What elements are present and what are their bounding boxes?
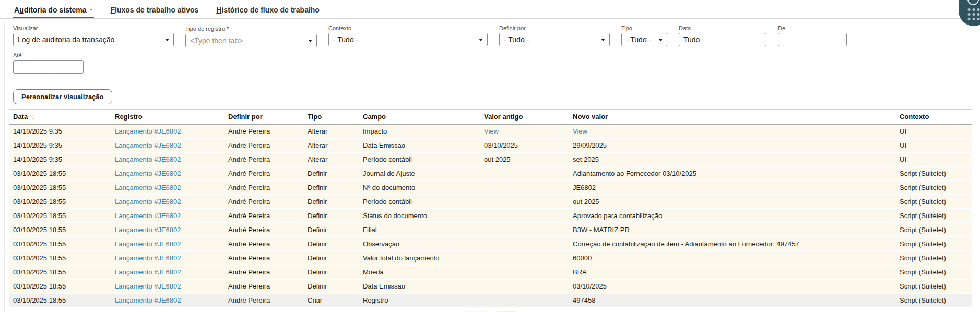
filter-field-visualizar: VisualizarLog de auditoria da transação — [13, 25, 174, 47]
col-valor-antigo[interactable]: Valor antigo — [480, 110, 569, 125]
cell-registro: Lançamento #JE6802 — [111, 293, 224, 307]
table-row: 03/10/2025 18:55Lançamento #JE6802André … — [9, 195, 972, 209]
tab-auditoria-do-sistema[interactable]: Auditoria do sistema· — [13, 6, 94, 18]
cell-data: 14/10/2025 9:35 — [9, 152, 111, 166]
col-data[interactable]: Data↓ — [9, 110, 111, 125]
cell-novo-valor: Correção de contabilização de item - Adi… — [569, 237, 895, 251]
col-registro[interactable]: Registro — [111, 110, 224, 125]
cell-tipo: Definir — [303, 251, 359, 265]
tab-fluxos-de-trabalho-ativos[interactable]: Fluxos de trabalho ativos — [110, 6, 200, 18]
filter-field-data: Data — [679, 25, 766, 47]
cell-contexto: Script (Suitelet) — [895, 195, 972, 209]
registro-link[interactable]: Lançamento #JE6802 — [115, 212, 181, 220]
cell-registro: Lançamento #JE6802 — [111, 265, 224, 279]
tipo-select[interactable]: - Tudo - — [621, 33, 667, 46]
cell-campo: Filial — [359, 223, 480, 237]
registro-link[interactable]: Lançamento #JE6802 — [115, 184, 181, 191]
cell-novo-valor: out 2025 — [569, 195, 895, 209]
select-value: - Tudo - — [626, 35, 651, 44]
registro-link[interactable]: Lançamento #JE6802 — [115, 127, 181, 135]
registro-link[interactable]: Lançamento #JE6802 — [115, 141, 181, 149]
cell-valor-antigo — [480, 279, 569, 293]
registro-link[interactable]: Lançamento #JE6802 — [115, 268, 181, 276]
cell-definir-por: André Pereira — [224, 195, 303, 209]
registro-link[interactable]: Lançamento #JE6802 — [115, 226, 181, 234]
contexto-select[interactable]: - Tudo - — [328, 33, 488, 46]
cell-tipo: Definir — [303, 237, 359, 251]
registro-link[interactable]: Lançamento #JE6802 — [115, 240, 181, 248]
data-input[interactable] — [679, 33, 766, 46]
select-value: - Tudo - — [504, 35, 529, 44]
cell-tipo: Definir — [303, 195, 359, 209]
cell-tipo: Definir — [303, 209, 359, 223]
table-row: 03/10/2025 18:55Lançamento #JE6802André … — [9, 251, 972, 265]
tipo-de-registro-select[interactable]: <Type then tab> — [185, 34, 317, 47]
tab-historico-de-fluxo-de-trabalho[interactable]: Histórico de fluxo de trabalho — [215, 6, 321, 18]
col-label: Data — [13, 113, 28, 121]
customize-view-button[interactable]: Personalizar visualização — [13, 89, 112, 104]
cell-registro: Lançamento #JE6802 — [111, 166, 224, 181]
filter-field-definir-por: Definir por- Tudo - — [499, 25, 610, 47]
audit-table-body: 14/10/2025 9:35Lançamento #JE6802André P… — [9, 125, 972, 307]
col-contexto[interactable]: Contexto — [895, 110, 972, 125]
registro-link[interactable]: Lançamento #JE6802 — [115, 254, 181, 262]
cell-valor-antigo — [480, 209, 569, 223]
cell-campo: Nº do documento — [359, 181, 480, 195]
cell-data: 14/10/2025 9:35 — [9, 125, 111, 139]
cell-definir-por: André Pereira — [224, 125, 303, 139]
cell-contexto: UI — [895, 125, 972, 139]
novo-valor-link[interactable]: View — [573, 127, 587, 135]
audit-table: Data↓RegistroDefinir porTipoCampoValor a… — [9, 109, 972, 307]
cell-campo: Registro — [359, 293, 480, 307]
select-value: - Tudo - — [333, 35, 358, 44]
visualizar-select[interactable]: Log de auditoria da transação — [13, 33, 174, 46]
cell-novo-valor: Aprovado para contabilização — [569, 209, 895, 223]
filter-field-de: De — [778, 25, 847, 47]
cell-tipo: Definir — [303, 279, 359, 293]
ate-input[interactable] — [13, 60, 84, 74]
sort-desc-icon: ↓ — [31, 113, 34, 121]
cell-contexto: Script (Suitelet) — [895, 181, 972, 195]
cell-campo: Data Emissão — [359, 279, 480, 293]
cell-contexto: Script (Suitelet) — [895, 251, 972, 265]
table-row: 03/10/2025 18:55Lançamento #JE6802André … — [9, 237, 972, 251]
valor-antigo-link[interactable]: View — [484, 127, 499, 135]
cell-data: 03/10/2025 18:55 — [9, 293, 111, 307]
col-tipo[interactable]: Tipo — [303, 110, 359, 125]
de-input[interactable] — [778, 33, 847, 46]
tab-label: Auditoria do sistema — [14, 6, 87, 14]
filter-panel: VisualizarLog de auditoria da transaçãoT… — [0, 19, 980, 74]
table-row: 03/10/2025 18:55Lançamento #JE6802André … — [9, 279, 972, 293]
cell-valor-antigo — [480, 251, 569, 265]
cell-data: 03/10/2025 18:55 — [9, 251, 111, 265]
registro-link[interactable]: Lançamento #JE6802 — [115, 282, 181, 290]
filter-field-tipo-de-registro: Tipo de registro*<Type then tab> — [185, 25, 317, 47]
registro-link[interactable]: Lançamento #JE6802 — [115, 155, 181, 163]
table-row: 14/10/2025 9:35Lançamento #JE6802André P… — [9, 125, 972, 139]
clock-icon — [967, 0, 979, 5]
cell-definir-por: André Pereira — [224, 166, 303, 181]
col-label: Registro — [115, 113, 143, 121]
table-row: 03/10/2025 18:55Lançamento #JE6802André … — [9, 223, 972, 237]
cell-novo-valor: 497458 — [569, 293, 895, 307]
col-label: Contexto — [900, 113, 929, 121]
chevron-down-icon — [658, 39, 663, 41]
definir-por-select[interactable]: - Tudo - — [499, 33, 610, 46]
col-novo-valor[interactable]: Novo valor — [569, 110, 895, 125]
col-label: Definir por — [228, 113, 263, 121]
col-campo[interactable]: Campo — [359, 110, 480, 125]
col-definir-por[interactable]: Definir por — [224, 110, 303, 125]
cell-novo-valor: BRA — [569, 265, 895, 279]
filter-field-tipo: Tipo- Tudo - — [621, 25, 667, 47]
cell-definir-por: André Pereira — [224, 223, 303, 237]
cell-data: 03/10/2025 18:55 — [9, 265, 111, 279]
cell-campo: Observação — [359, 237, 480, 251]
registro-link[interactable]: Lançamento #JE6802 — [115, 170, 181, 177]
cell-tipo: Alterar — [303, 152, 359, 166]
cell-valor-antigo — [480, 237, 569, 251]
registro-link[interactable]: Lançamento #JE6802 — [115, 198, 181, 206]
filter-field-contexto: Contexto- Tudo - — [328, 25, 488, 47]
registro-link[interactable]: Lançamento #JE6802 — [115, 296, 181, 304]
table-row: 03/10/2025 18:55Lançamento #JE6802André … — [9, 209, 972, 223]
cell-registro: Lançamento #JE6802 — [111, 138, 224, 152]
